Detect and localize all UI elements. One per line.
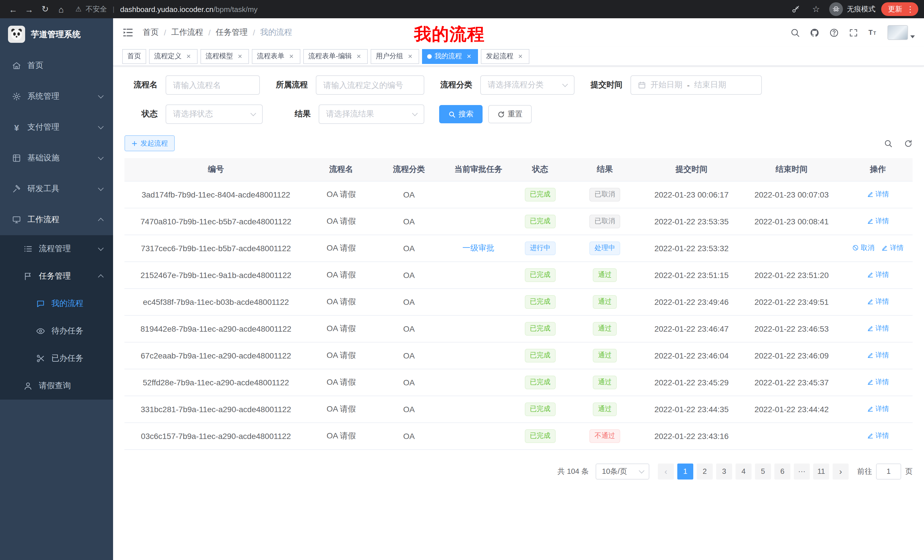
question-icon[interactable] — [829, 28, 839, 37]
sidebar-item-my-process[interactable]: 我的流程 — [0, 290, 113, 317]
cell-actions: 详情 — [843, 262, 913, 288]
sidebar-item-task-mgmt[interactable]: 任务管理 — [0, 263, 113, 290]
close-icon[interactable]: × — [355, 52, 363, 60]
navbar: 首页/工作流程/任务管理/我的流程 TT — [113, 18, 924, 47]
submit-time-range-picker[interactable]: 开始日期 - 结束日期 — [630, 75, 762, 95]
tab-create-process[interactable]: 发起流程× — [481, 49, 530, 64]
table-row: 52ffd28e-7b9a-11ec-a290-acde48001122OA 请… — [124, 369, 913, 395]
goto-page-input[interactable] — [876, 463, 901, 479]
star-icon[interactable]: ☆ — [808, 2, 824, 16]
process-def-input[interactable] — [316, 75, 424, 95]
github-icon[interactable] — [810, 28, 819, 37]
search-button[interactable]: 搜索 — [439, 105, 483, 123]
key-icon[interactable] — [788, 2, 803, 16]
close-icon[interactable]: × — [236, 52, 244, 60]
action-label: 取消 — [861, 243, 874, 253]
chevron-down-icon — [562, 81, 568, 87]
detail-button[interactable]: 详情 — [867, 324, 889, 333]
sidebar-item-done-task[interactable]: 已办任务 — [0, 345, 113, 372]
pager-more-button[interactable]: ··· — [794, 463, 810, 479]
sidebar-item-process-mgmt[interactable]: 流程管理 — [0, 235, 113, 263]
page-button-2[interactable]: 2 — [697, 463, 713, 479]
sidebar-item-payment[interactable]: ¥支付管理 — [0, 112, 113, 143]
tab-my-process[interactable]: 我的流程× — [422, 49, 478, 64]
result-select[interactable]: 请选择流结果 — [319, 105, 424, 124]
close-icon[interactable]: × — [406, 52, 414, 60]
close-icon[interactable]: × — [184, 52, 192, 60]
font-size-icon[interactable]: TT — [868, 28, 878, 37]
tab-label: 用户分组 — [376, 51, 403, 61]
sidebar-item-label: 支付管理 — [27, 122, 95, 132]
back-icon[interactable]: ← — [6, 2, 21, 16]
breadcrumb-item[interactable]: 工作流程 — [171, 27, 203, 38]
next-page-button[interactable]: › — [832, 463, 849, 479]
cell-end-time: 2022-01-22 23:44:42 — [740, 395, 843, 422]
logo[interactable]: 芋道管理系统 — [0, 18, 113, 50]
address-bar[interactable]: ⚠ 不安全 | dashboard.yudao.iocoder.cn/bpm/t… — [75, 4, 788, 14]
forward-icon[interactable]: → — [22, 2, 36, 16]
detail-button[interactable]: 详情 — [867, 190, 889, 199]
sidebar-item-home[interactable]: 首页 — [0, 50, 113, 81]
close-icon[interactable]: × — [287, 52, 295, 60]
tab-process-form-edit[interactable]: 流程表单-编辑× — [303, 49, 368, 64]
detail-button[interactable]: 详情 — [867, 431, 889, 441]
breadcrumb-item[interactable]: 任务管理 — [216, 27, 248, 38]
sidebar-item-leave-query[interactable]: 请假查询 — [0, 372, 113, 400]
update-button[interactable]: 更新 ⋮ — [881, 2, 918, 16]
reset-button[interactable]: 重置 — [488, 105, 532, 123]
browser-menu-icon[interactable]: ⋮ — [906, 4, 915, 14]
search-icon[interactable] — [790, 28, 800, 37]
tool-icon — [11, 184, 22, 194]
cancel-button[interactable]: 取消 — [852, 243, 874, 253]
sidebar-item-system[interactable]: 系统管理 — [0, 81, 113, 112]
detail-button[interactable]: 详情 — [867, 270, 889, 280]
cell-task — [443, 181, 514, 208]
category-select[interactable]: 请选择流程分类 — [480, 75, 574, 95]
process-name-input[interactable] — [166, 75, 260, 95]
status-select[interactable]: 请选择状态 — [166, 105, 263, 124]
cell-submit-time: 2022-01-22 23:45:29 — [643, 369, 740, 395]
page-button-3[interactable]: 3 — [716, 463, 732, 479]
sidebar-item-devtool[interactable]: 研发工具 — [0, 174, 113, 204]
detail-button[interactable]: 详情 — [882, 243, 904, 253]
close-icon[interactable]: × — [516, 52, 524, 60]
close-icon[interactable]: × — [465, 52, 473, 60]
filter-category: 流程分类 请选择流程分类 — [439, 75, 574, 95]
sidebar-toggle-icon[interactable] — [122, 27, 134, 38]
result-tag: 通过 — [593, 402, 617, 416]
page-button-11[interactable]: 11 — [813, 463, 829, 479]
page-button-1[interactable]: 1 — [677, 463, 693, 479]
sidebar-item-todo-task[interactable]: 待办任务 — [0, 317, 113, 345]
detail-button[interactable]: 详情 — [867, 350, 889, 360]
create-process-button[interactable]: 发起流程 — [124, 135, 175, 151]
page-button-6[interactable]: 6 — [774, 463, 790, 479]
search-button-label: 搜索 — [459, 109, 473, 119]
tab-process-model[interactable]: 流程模型× — [201, 49, 249, 64]
sidebar-item-label: 基础设施 — [27, 153, 95, 163]
reload-icon[interactable]: ↻ — [38, 2, 52, 16]
refresh-table-icon[interactable] — [904, 139, 913, 148]
tab-user-group[interactable]: 用户分组× — [370, 49, 419, 64]
cell-id: 3ad174fb-7b9d-11ec-8404-acde48001122 — [124, 181, 307, 208]
fullscreen-icon[interactable] — [849, 28, 858, 37]
home-icon[interactable]: ⌂ — [54, 2, 69, 16]
detail-button[interactable]: 详情 — [867, 297, 889, 307]
page-button-5[interactable]: 5 — [755, 463, 771, 479]
user-avatar[interactable] — [888, 25, 915, 40]
detail-button[interactable]: 详情 — [867, 216, 889, 226]
page-size-select[interactable]: 10条/页 — [596, 463, 650, 479]
tab-home[interactable]: 首页 — [122, 49, 146, 64]
tab-process-definition[interactable]: 流程定义× — [149, 49, 198, 64]
sidebar-item-workflow[interactable]: 工作流程 — [0, 204, 113, 235]
search-toggle-icon[interactable] — [884, 139, 892, 148]
prev-page-button[interactable]: ‹ — [658, 463, 674, 479]
detail-button[interactable]: 详情 — [867, 377, 889, 387]
tab-process-form[interactable]: 流程表单× — [252, 49, 300, 64]
detail-button[interactable]: 详情 — [867, 404, 889, 414]
breadcrumb-item[interactable]: 首页 — [143, 27, 159, 38]
sidebar-item-label: 请假查询 — [39, 381, 104, 391]
page-button-4[interactable]: 4 — [735, 463, 752, 479]
sidebar-item-infra[interactable]: 基础设施 — [0, 143, 113, 174]
current-task-link[interactable]: 一级审批 — [462, 243, 494, 252]
cell-submit-time: 2022-01-22 23:46:04 — [643, 342, 740, 369]
